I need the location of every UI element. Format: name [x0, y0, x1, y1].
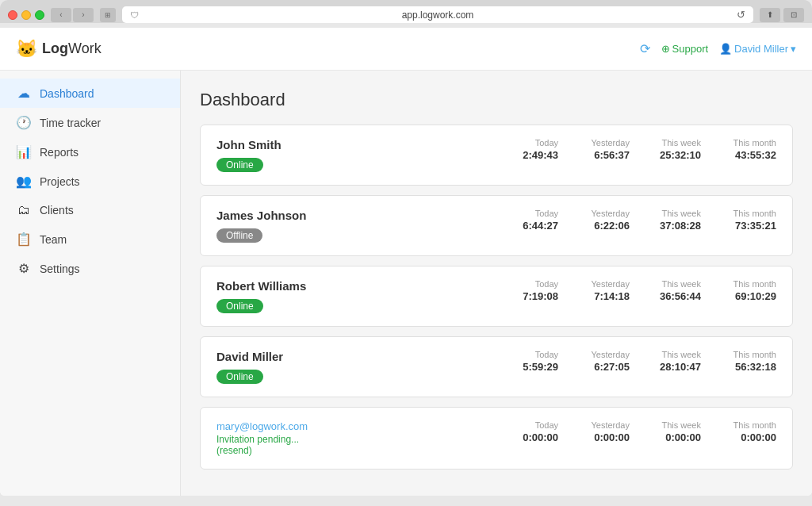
reload-button[interactable]: ↺ — [737, 9, 745, 21]
user-card: John Smith Online Today 2:49:43 Yesterda… — [200, 125, 793, 186]
security-icon: 🛡 — [130, 10, 139, 20]
sidebar-label-reports: Reports — [40, 146, 79, 159]
logo-icon: 🐱 — [16, 39, 37, 59]
user-name-display: David Miller — [734, 43, 788, 55]
stat-today: Today 6:44:27 — [491, 209, 558, 232]
status-badge: Online — [216, 370, 263, 384]
sidebar: ☁ Dashboard 🕐 Time tracker 📊 Reports 👥 P… — [0, 71, 181, 496]
clients-icon: 🗂 — [16, 203, 32, 217]
close-button[interactable] — [8, 10, 17, 20]
stat-yesterday: Yesterday 0:00:00 — [558, 420, 630, 443]
settings-icon: ⚙ — [16, 261, 32, 276]
stat-today: Today 0:00:00 — [491, 420, 558, 443]
page-title: Dashboard — [200, 90, 793, 110]
stat-this-week: This week 25:32:10 — [630, 138, 701, 161]
logo-text: LogWork — [42, 40, 102, 57]
resend-link[interactable]: resend — [220, 445, 249, 456]
stat-yesterday: Yesterday 6:22:06 — [558, 209, 630, 232]
logo: 🐱 LogWork — [16, 39, 102, 59]
status-badge: Online — [216, 299, 263, 313]
sidebar-item-settings[interactable]: ⚙ Settings — [0, 254, 180, 283]
top-nav: 🐱 LogWork ⟳ ⊕ Support 👤 David Miller ▾ — [0, 28, 812, 71]
projects-icon: 👥 — [16, 174, 32, 189]
maximize-button[interactable] — [35, 10, 44, 20]
stat-yesterday: Yesterday 6:56:37 — [558, 138, 630, 161]
stat-this-week: This week 37:08:28 — [630, 209, 701, 232]
sidebar-item-clients[interactable]: 🗂 Clients — [0, 196, 180, 224]
forward-button[interactable]: › — [73, 8, 94, 22]
stat-this-week: This week 28:10:47 — [630, 350, 701, 373]
sidebar-item-team[interactable]: 📋 Team — [0, 224, 180, 254]
stat-this-month: This month 0:00:00 — [701, 420, 776, 443]
minimize-button[interactable] — [21, 10, 31, 20]
stat-today: Today 7:19:08 — [491, 279, 558, 302]
user-card: David Miller Online Today 5:59:29 Yester… — [200, 336, 793, 397]
pending-text: Invitation pending...(resend) — [216, 434, 308, 456]
user-name: Robert Williams — [216, 279, 306, 293]
user-name: James Johnson — [216, 209, 306, 222]
share-button[interactable]: ⬆ — [760, 8, 780, 22]
user-card: Robert Williams Online Today 7:19:08 Yes… — [200, 266, 793, 327]
back-button[interactable]: ‹ — [51, 8, 71, 22]
stat-today: Today 2:49:43 — [491, 138, 558, 161]
stat-yesterday: Yesterday 6:27:05 — [558, 350, 630, 373]
user-icon: 👤 — [719, 43, 732, 55]
time-tracker-icon: 🕐 — [16, 115, 32, 130]
stat-this-week: This week 0:00:00 — [630, 420, 701, 443]
refresh-button[interactable]: ⟳ — [640, 41, 650, 56]
sidebar-label-dashboard: Dashboard — [40, 87, 94, 100]
user-cards-container: John Smith Online Today 2:49:43 Yesterda… — [200, 125, 793, 470]
sidebar-label-settings: Settings — [40, 263, 80, 275]
sidebar-label-team: Team — [40, 233, 67, 246]
dropdown-icon: ▾ — [791, 43, 796, 55]
content-area: Dashboard John Smith Online Today 2:49:4… — [181, 71, 812, 496]
stat-this-month: This month 43:55:32 — [701, 138, 776, 161]
support-link[interactable]: ⊕ Support — [661, 43, 709, 55]
stat-yesterday: Yesterday 7:14:18 — [558, 279, 630, 302]
sidebar-item-time-tracker[interactable]: 🕐 Time tracker — [0, 108, 180, 137]
pending-stats-row: Today 0:00:00 Yesterday 0:00:00 This wee… — [491, 420, 776, 443]
support-label: Support — [672, 43, 709, 55]
sidebar-label-projects: Projects — [40, 175, 80, 188]
stats-row: Today 5:59:29 Yesterday 6:27:05 This wee… — [491, 350, 776, 373]
stat-this-month: This month 73:35:21 — [701, 209, 776, 232]
sidebar-item-projects[interactable]: 👥 Projects — [0, 167, 180, 196]
status-badge: Online — [216, 158, 263, 172]
stat-this-week: This week 36:56:44 — [630, 279, 701, 302]
sidebar-item-reports[interactable]: 📊 Reports — [0, 137, 180, 167]
tab-view-button[interactable]: ⊞ — [100, 8, 116, 22]
support-icon: ⊕ — [661, 43, 670, 55]
user-card: James Johnson Offline Today 6:44:27 Yest… — [200, 195, 793, 256]
user-name: David Miller — [216, 350, 283, 363]
sidebar-label-clients: Clients — [40, 204, 74, 217]
pending-email[interactable]: mary@logwork.com — [216, 420, 308, 432]
team-icon: 📋 — [16, 232, 32, 247]
sidebar-item-dashboard[interactable]: ☁ Dashboard — [0, 79, 180, 108]
stats-row: Today 2:49:43 Yesterday 6:56:37 This wee… — [491, 138, 776, 161]
stats-row: Today 7:19:08 Yesterday 7:14:18 This wee… — [491, 279, 776, 302]
stat-this-month: This month 69:10:29 — [701, 279, 776, 302]
status-badge: Offline — [216, 228, 262, 243]
stat-this-month: This month 56:32:18 — [701, 350, 776, 373]
pending-user-card: mary@logwork.com Invitation pending...(r… — [200, 407, 793, 470]
url-display: app.logwork.com — [143, 10, 733, 21]
reports-icon: 📊 — [16, 144, 32, 159]
user-menu[interactable]: 👤 David Miller ▾ — [719, 43, 796, 55]
sidebar-label-time-tracker: Time tracker — [40, 117, 101, 129]
stats-row: Today 6:44:27 Yesterday 6:22:06 This wee… — [491, 209, 776, 232]
stat-today: Today 5:59:29 — [491, 350, 558, 373]
new-tab-button[interactable]: ⊡ — [783, 8, 804, 22]
dashboard-icon: ☁ — [16, 86, 32, 101]
user-name: John Smith — [216, 138, 282, 151]
